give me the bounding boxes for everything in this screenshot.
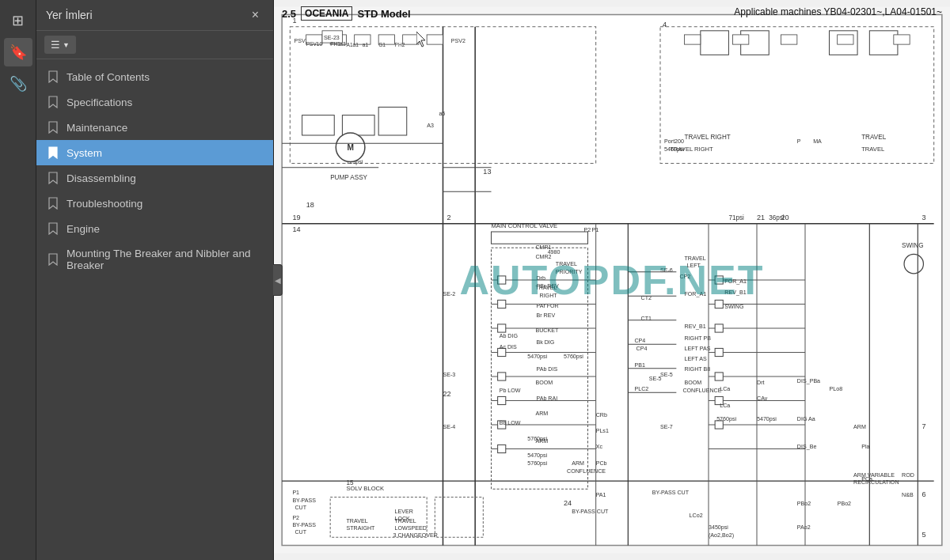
- svg-text:P: P: [797, 138, 801, 145]
- sidebar-item-specs[interactable]: Specifications: [36, 89, 273, 115]
- sidebar: Yer İmleri × ☰ ▼ Table of Contents Speci…: [36, 0, 274, 560]
- svg-text:DIS_PBa: DIS_PBa: [797, 378, 820, 384]
- svg-text:LEVER: LEVER: [395, 509, 413, 515]
- sidebar-item-disassembling-label: Disassembling: [66, 172, 136, 184]
- sidebar-item-engine[interactable]: Engine: [36, 216, 273, 241]
- svg-text:LOWSPEED: LOWSPEED: [395, 525, 427, 532]
- pages-icon: ⊞: [12, 12, 24, 29]
- svg-text:PRIORITY: PRIORITY: [556, 269, 583, 275]
- svg-text:RIGHT: RIGHT: [540, 293, 558, 299]
- svg-text:PBo2: PBo2: [838, 501, 851, 507]
- bookmark-icon-specs: [48, 96, 59, 108]
- svg-text:CP4: CP4: [636, 346, 648, 352]
- svg-text:36psi: 36psi: [769, 214, 785, 221]
- svg-rect-171: [498, 373, 506, 380]
- svg-text:CMR2: CMR2: [535, 254, 551, 260]
- svg-text:P1: P1: [592, 227, 599, 233]
- svg-text:21: 21: [757, 214, 765, 221]
- svg-text:Pla: Pla: [861, 445, 869, 451]
- oceania-badge: OCEANIA: [301, 6, 352, 21]
- sidebar-item-mounting[interactable]: Mounting The Breaker and Nibbler and Bre…: [36, 241, 273, 278]
- sidebar-item-troubleshooting[interactable]: Troubleshooting: [36, 191, 273, 216]
- sidebar-item-system[interactable]: System: [36, 140, 273, 165]
- svg-text:ARM: ARM: [572, 460, 584, 467]
- svg-text:LCa: LCa: [720, 386, 730, 392]
- svg-text:Ac DIS: Ac DIS: [500, 344, 517, 350]
- svg-text:ARM: ARM: [535, 438, 548, 445]
- svg-text:REV_B1: REV_B1: [685, 324, 706, 330]
- svg-text:CP2: CP2: [679, 274, 690, 280]
- diagram-area[interactable]: 2.5 OCEANIA STD Model Applicable machine…: [274, 0, 950, 560]
- sidebar-item-disassembling[interactable]: Disassembling: [36, 165, 273, 191]
- svg-text:Ab DIG: Ab DIG: [500, 333, 518, 339]
- attachments-icon: 📎: [10, 75, 27, 93]
- svg-rect-41: [342, 115, 374, 135]
- svg-text:71psi: 71psi: [728, 214, 744, 221]
- svg-text:TRAVEL: TRAVEL: [861, 146, 884, 153]
- svg-text:3 CHANGEOVER: 3 CHANGEOVER: [393, 532, 437, 539]
- model-number: 2.5: [282, 8, 296, 20]
- svg-text:RECIRCULATION: RECIRCULATION: [853, 479, 899, 486]
- list-view-button[interactable]: ☰ ▼: [44, 36, 76, 54]
- svg-text:BY-PASS CUT: BY-PASS CUT: [572, 509, 609, 515]
- sidebar-toolbar: ☰ ▼: [36, 31, 273, 59]
- sidebar-collapse-handle[interactable]: ◀: [273, 264, 283, 296]
- svg-text:CRb: CRb: [596, 412, 607, 418]
- svg-text:SWING: SWING: [902, 242, 924, 249]
- svg-text:PLs1: PLs1: [596, 428, 609, 434]
- diagram-applicable-machines: Applicable machines YB04-02301~,LA04-015…: [734, 6, 942, 17]
- toolbar-attachments-btn[interactable]: 📎: [4, 70, 32, 98]
- sidebar-item-maintenance[interactable]: Maintenance: [36, 115, 273, 140]
- svg-rect-45: [492, 232, 588, 244]
- svg-text:Port200: Port200: [664, 138, 684, 145]
- svg-text:ROD: ROD: [902, 472, 914, 479]
- svg-text:DIG Aa: DIG Aa: [797, 416, 815, 422]
- svg-text:PSV10: PSV10: [306, 41, 323, 47]
- sidebar-item-maintenance-label: Maintenance: [66, 122, 127, 134]
- svg-rect-179: [715, 373, 723, 380]
- svg-rect-186: [403, 35, 419, 44]
- svg-rect-176: [715, 300, 723, 308]
- left-toolbar: ⊞ 🔖 📎: [0, 0, 36, 560]
- svg-rect-174: [498, 445, 506, 452]
- svg-rect-1: [282, 15, 942, 546]
- svg-text:5470psi: 5470psi: [757, 416, 777, 422]
- svg-text:18: 18: [306, 201, 314, 209]
- svg-text:TRAVEL: TRAVEL: [685, 255, 706, 262]
- svg-text:14: 14: [292, 225, 300, 233]
- svg-rect-47: [701, 31, 729, 55]
- sidebar-item-engine-label: Engine: [66, 223, 100, 235]
- svg-text:STRAIGHT: STRAIGHT: [347, 525, 376, 532]
- svg-text:BY-PASS: BY-PASS: [292, 498, 316, 504]
- svg-text:15: 15: [347, 479, 355, 486]
- svg-text:BOOM: BOOM: [535, 380, 553, 386]
- svg-text:LEFT PAS: LEFT PAS: [685, 346, 711, 352]
- svg-text:ARM: ARM: [853, 424, 866, 430]
- svg-rect-178: [715, 348, 723, 356]
- svg-text:SE-3: SE-3: [443, 372, 456, 378]
- svg-text:A3: A3: [427, 123, 434, 129]
- svg-text:M: M: [348, 143, 354, 152]
- svg-text:24: 24: [564, 499, 572, 507]
- svg-text:6: 6: [922, 490, 925, 498]
- svg-text:3450psi: 3450psi: [709, 524, 728, 531]
- svg-text:5760psi: 5760psi: [564, 354, 583, 360]
- svg-text:SE-23: SE-23: [324, 35, 340, 41]
- svg-text:(Ao2,Bo2): (Ao2,Bo2): [709, 532, 734, 539]
- svg-text:TRAVEL RIGHT: TRAVEL RIGHT: [685, 134, 731, 141]
- svg-text:a1: a1: [363, 42, 369, 47]
- list-icon: ☰: [51, 39, 60, 51]
- svg-text:ARM VARIABLE: ARM VARIABLE: [853, 472, 895, 479]
- svg-text:PLC2: PLC2: [634, 386, 648, 392]
- bookmark-icon-maintenance: [48, 121, 59, 134]
- svg-text:FOR_A1: FOR_A1: [685, 291, 707, 297]
- svg-text:MA: MA: [813, 138, 822, 145]
- sidebar-close-button[interactable]: ×: [247, 6, 264, 24]
- svg-text:RIGHT PB: RIGHT PB: [685, 335, 712, 342]
- svg-text:CUT: CUT: [294, 505, 306, 511]
- svg-text:TRAVEL: TRAVEL: [347, 518, 368, 524]
- toolbar-pages-btn[interactable]: ⊞: [4, 6, 32, 35]
- svg-text:PB1: PB1: [634, 362, 644, 369]
- toolbar-bookmarks-btn[interactable]: 🔖: [4, 38, 32, 66]
- sidebar-item-toc[interactable]: Table of Contents: [36, 64, 273, 89]
